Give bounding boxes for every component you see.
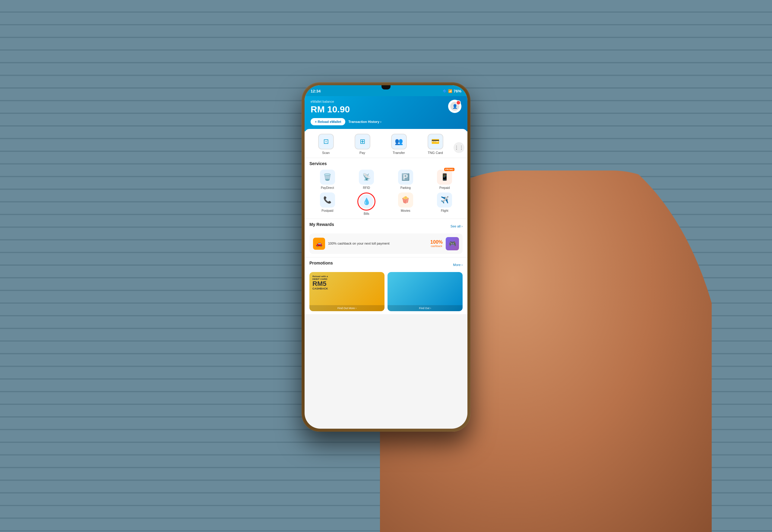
- bills-icon: 💧: [359, 195, 373, 208]
- movies-label: Movies: [401, 209, 410, 212]
- quick-actions: ⊡ Scan ⊞ Pay 👥 Transfer 💳 TNG Card ⋮⋮: [305, 129, 467, 158]
- service-flight[interactable]: ✈️ Flight: [427, 192, 463, 215]
- action-scan[interactable]: ⊡ Scan: [308, 134, 344, 155]
- promo-debit-content: Reload with aDEBIT CARD RM5 CASHBACK: [309, 272, 384, 293]
- rewards-title: My Rewards: [309, 222, 334, 227]
- service-rfid[interactable]: 📡 RFID: [349, 170, 385, 189]
- wallet-balance: RM 10.90: [311, 104, 350, 114]
- flight-label: Flight: [441, 209, 448, 212]
- promo-cards-container: Reload with aDEBIT CARD RM5 CASHBACK Fin…: [309, 272, 463, 311]
- service-parking[interactable]: 🅿️ Parking: [388, 170, 424, 189]
- action-pay[interactable]: ⊞ Pay: [344, 134, 381, 155]
- rewards-header: My Rewards See all ›: [309, 222, 463, 230]
- promo-cashback-label: CASHBACK: [312, 287, 381, 290]
- movies-icon: 🍿: [398, 192, 413, 208]
- rfid-label: RFID: [363, 186, 370, 189]
- action-pay-label: Pay: [359, 151, 365, 155]
- promo-card-2[interactable]: Find Out ›: [388, 272, 463, 311]
- services-title: Services: [309, 161, 463, 166]
- postpaid-icon: 📞: [320, 192, 335, 208]
- action-scan-label: Scan: [322, 151, 330, 155]
- service-paydirect[interactable]: 🗑️ PayDirect: [309, 170, 346, 189]
- phone-shell: 12:34 🔷 📶 76% eWallet balance RM 10.90 👤: [302, 82, 470, 432]
- avatar[interactable]: 👤: [448, 100, 461, 113]
- reward-description: 100% cashback on your next toll payment: [328, 241, 427, 246]
- prepaid-icon-wrap: 📱 PROMO: [437, 170, 452, 185]
- tng-card-icon: 💳: [428, 134, 443, 149]
- see-all-link[interactable]: See all ›: [450, 224, 463, 228]
- service-postpaid[interactable]: 📞 Postpaid: [309, 192, 346, 215]
- prepaid-icon: 📱: [437, 170, 452, 185]
- promo-card-debit[interactable]: Reload with aDEBIT CARD RM5 CASHBACK Fin…: [309, 272, 384, 311]
- transaction-history-link[interactable]: Transaction History ›: [348, 120, 381, 124]
- postpaid-label: Postpaid: [322, 209, 333, 212]
- bluetooth-icon: 🔷: [443, 89, 447, 93]
- reward-percent-label: cashback: [430, 245, 443, 248]
- promotions-section: Promotions More › Reload with aDEBIT CAR…: [305, 258, 467, 314]
- action-tng-card[interactable]: 💳 TNG Card: [417, 134, 453, 155]
- rewards-section: My Rewards See all › 🚗 100% cashback on …: [305, 219, 467, 257]
- paydirect-icon-wrap: 🗑️: [320, 170, 335, 185]
- pay-icon: ⊞: [355, 134, 370, 149]
- signal-icon: 📶: [448, 89, 452, 93]
- promotions-header: Promotions More ›: [309, 261, 463, 269]
- service-movies[interactable]: 🍿 Movies: [388, 192, 424, 215]
- bills-icon-wrap: 💧: [357, 192, 375, 211]
- find-out-more-bar[interactable]: Find Out More ›: [309, 305, 384, 311]
- more-promotions-link[interactable]: More ›: [453, 263, 463, 267]
- phone-container: 12:34 🔷 📶 76% eWallet balance RM 10.90 👤: [302, 82, 470, 432]
- wallet-header: eWallet balance RM 10.90 👤 + Reload eWal…: [305, 96, 467, 131]
- more-actions-button[interactable]: ⋮⋮: [453, 142, 464, 153]
- scan-icon: ⊡: [318, 134, 334, 149]
- action-transfer[interactable]: 👥 Transfer: [381, 134, 417, 155]
- action-tng-label: TNG Card: [428, 151, 443, 155]
- transfer-icon: 👥: [391, 134, 407, 149]
- rfid-icon: 📡: [359, 170, 374, 185]
- wallet-info: eWallet balance RM 10.90: [311, 100, 350, 114]
- promotions-title: Promotions: [309, 261, 333, 265]
- reward-promo-image: 🎮: [446, 237, 459, 250]
- phone-notch: [381, 85, 391, 89]
- promo-badge: PROMO: [444, 168, 454, 171]
- prepaid-label: Prepaid: [439, 186, 450, 189]
- status-time: 12:34: [311, 89, 321, 93]
- ewallet-label: eWallet balance: [311, 100, 350, 103]
- promo-rm5-amount: RM5: [312, 280, 381, 287]
- services-section: Services 🗑️ PayDirect 📡 RFID: [305, 158, 467, 218]
- parking-icon: 🅿️: [398, 170, 413, 185]
- phone-screen: 12:34 🔷 📶 76% eWallet balance RM 10.90 👤: [305, 85, 467, 429]
- paydirect-icon: 🗑️: [320, 170, 335, 185]
- reward-card[interactable]: 🚗 100% cashback on your next toll paymen…: [309, 233, 463, 254]
- flight-icon: ✈️: [437, 192, 452, 208]
- services-grid: 🗑️ PayDirect 📡 RFID 🅿️: [309, 170, 463, 215]
- service-bills[interactable]: 💧 Bills: [349, 192, 385, 215]
- find-out-bar-2[interactable]: Find Out ›: [388, 305, 463, 311]
- battery-level: 76%: [453, 89, 461, 93]
- movies-icon-wrap: 🍿: [398, 192, 413, 208]
- parking-label: Parking: [400, 186, 411, 189]
- wallet-actions: + Reload eWallet Transaction History ›: [311, 118, 461, 125]
- status-icons: 🔷 📶 76%: [443, 89, 461, 93]
- service-prepaid[interactable]: 📱 PROMO Prepaid: [427, 170, 463, 189]
- rfid-icon-wrap: 📡: [359, 170, 374, 185]
- reload-ewallet-button[interactable]: + Reload eWallet: [311, 118, 345, 125]
- paydirect-label: PayDirect: [321, 186, 334, 189]
- wallet-top: eWallet balance RM 10.90 👤: [311, 100, 461, 114]
- action-transfer-label: Transfer: [393, 151, 405, 155]
- parking-icon-wrap: 🅿️: [398, 170, 413, 185]
- reward-toll-icon: 🚗: [313, 238, 325, 250]
- postpaid-icon-wrap: 📞: [320, 192, 335, 208]
- bills-label: Bills: [364, 212, 369, 215]
- flight-icon-wrap: ✈️: [437, 192, 452, 208]
- avatar-inner: 👤: [450, 102, 459, 111]
- reward-percent: 100%: [430, 240, 443, 245]
- reward-cashback-info: 100% cashback: [430, 240, 443, 248]
